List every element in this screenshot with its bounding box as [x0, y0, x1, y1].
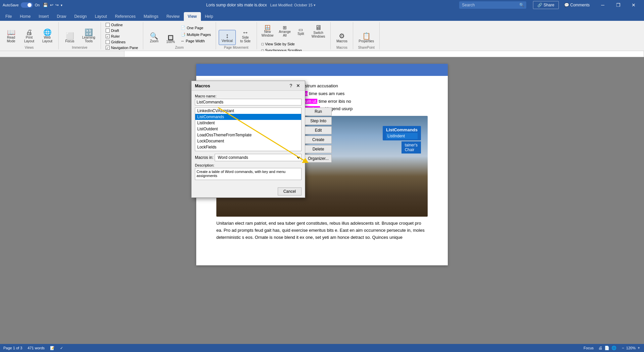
tab-references[interactable]: References: [111, 12, 140, 21]
list-item-lockpolicy[interactable]: LockPolicyLabel: [195, 150, 301, 151]
macros-button[interactable]: ⚙ Macros: [333, 31, 350, 45]
close-button[interactable]: ✕: [626, 0, 641, 10]
macros-in-label: Macros in:: [195, 155, 213, 160]
tab-home[interactable]: Home: [16, 12, 35, 21]
status-bar: Page 1 of 3 471 words 📝 ✓ Focus 🖨 📄 🌐 − …: [0, 344, 644, 352]
run-button[interactable]: Run: [305, 107, 332, 116]
macro-name-label: Macro name:: [195, 94, 302, 98]
switch-windows-button[interactable]: 🖥 SwitchWindows: [309, 22, 328, 40]
split-button[interactable]: ▭ Split: [294, 22, 308, 40]
zoom-out-btn[interactable]: −: [621, 346, 625, 350]
learning-tools-button[interactable]: 🔡 LearningTools: [79, 27, 98, 45]
new-window-button[interactable]: 🪟 NewWindow: [260, 22, 276, 40]
read-mode-button[interactable]: 📖 ReadMode: [3, 27, 19, 45]
image-context-label: tainer's Chair: [401, 141, 421, 153]
ribbon-group-macros: ⚙ Macros Macros: [331, 22, 353, 49]
ribbon-group-sharepoint: 📋 Properties SharePoint: [353, 22, 380, 49]
properties-button[interactable]: 📋 Properties: [356, 31, 377, 45]
cancel-button[interactable]: Cancel: [278, 187, 302, 195]
list-item-linkedin[interactable]: LinkedInCVAssistant: [195, 108, 301, 114]
tab-insert[interactable]: Insert: [35, 12, 53, 21]
list-item-listcommands[interactable]: ListCommands: [195, 114, 301, 120]
zoom-level: 120%: [626, 346, 636, 350]
draft-checkbox-icon: [106, 29, 110, 33]
minimize-button[interactable]: ─: [595, 0, 610, 10]
show-navigation-checkbox[interactable]: Navigation Pane: [104, 45, 140, 50]
doc-footer-text: Unitarian elect ram patriot, end sea tub…: [216, 220, 428, 241]
read-mode-icon: 📖: [7, 29, 15, 36]
tab-design[interactable]: Design: [70, 12, 91, 21]
web-layout-button[interactable]: 🌐 WebLayout: [39, 27, 56, 45]
ribbon-group-page-movement: ↕ Vertical ↔ Sideto Side Page Movement: [216, 22, 257, 49]
dialog-title-actions: ? ✕: [288, 83, 302, 88]
create-button[interactable]: Create: [305, 136, 332, 144]
read-view-btn[interactable]: 📄: [604, 346, 610, 350]
tooltip-below-item: ListIndent: [386, 133, 418, 139]
comments-button[interactable]: 💬 Comments: [561, 1, 592, 9]
ribbon-group-views: 📖 ReadMode 🖨 PrintLayout 🌐 WebLayout Vie…: [0, 22, 59, 49]
zoom-in-btn[interactable]: +: [637, 346, 641, 350]
learning-tools-icon: 🔡: [85, 29, 93, 36]
list-item-listoutdent[interactable]: ListOutdent: [195, 126, 301, 132]
dialog-titlebar: Macros ? ✕: [192, 81, 305, 91]
side-to-side-button[interactable]: ↔ Sideto Side: [237, 27, 254, 45]
new-window-icon: 🪟: [265, 25, 270, 30]
autosave-toggle[interactable]: [21, 2, 33, 8]
tab-draw[interactable]: Draw: [53, 12, 70, 21]
delete-button[interactable]: Delete: [305, 145, 332, 153]
restore-button[interactable]: ❐: [610, 0, 626, 10]
one-page-button[interactable]: 📄 One Page: [179, 25, 213, 31]
zoom-button[interactable]: 🔍 Zoom: [146, 31, 163, 45]
macro-name-row: Macro name:: [195, 94, 302, 105]
save-icon[interactable]: 💾: [43, 3, 48, 7]
zoom-100-button[interactable]: 🔲 100%: [164, 34, 177, 45]
search-input[interactable]: [459, 1, 526, 9]
description-text: Create a table of Word commands, with ke…: [195, 168, 302, 180]
page-width-button[interactable]: ↔ Page Width: [179, 38, 213, 44]
tab-review[interactable]: Review: [162, 12, 183, 21]
tab-view[interactable]: View: [184, 12, 201, 21]
tab-help[interactable]: Help: [201, 12, 217, 21]
ribbon-tabs: File Home Insert Draw Design Layout Refe…: [0, 10, 644, 21]
macros-in-row: Macros in: Word commands: [195, 154, 302, 161]
list-item-loadoss[interactable]: LoadOssThemeFromTemplate: [195, 132, 301, 138]
show-ruler-checkbox[interactable]: Ruler: [104, 34, 122, 39]
macros-in-select[interactable]: Word commands: [215, 154, 302, 161]
list-item-lockfields[interactable]: LockFields: [195, 144, 301, 150]
list-item-listindent[interactable]: ListIndent: [195, 120, 301, 126]
arrange-all-button[interactable]: ⊞ ArrangeAll: [277, 22, 293, 40]
ruler-inner: [124, 51, 644, 57]
multiple-pages-button[interactable]: 📑 Multiple Pages: [179, 32, 213, 37]
step-into-button[interactable]: Step Into: [305, 117, 332, 125]
show-outline-checkbox[interactable]: Outline: [104, 22, 125, 28]
web-view-btn[interactable]: 🌐: [611, 346, 617, 350]
redo-icon[interactable]: ↪: [55, 3, 59, 7]
macro-name-input[interactable]: [195, 99, 302, 105]
tab-mailings[interactable]: Mailings: [140, 12, 162, 21]
dialog-close-btn[interactable]: ✕: [295, 83, 302, 88]
edit-button[interactable]: Edit: [305, 126, 332, 134]
outline-checkbox-icon: [106, 23, 110, 27]
focus-button[interactable]: ⬜ Focus: [61, 31, 78, 45]
show-gridlines-checkbox[interactable]: Gridlines: [104, 39, 127, 45]
macro-dialog: Macros ? ✕ Macro name: LinkedInCVAssista…: [191, 81, 305, 198]
plain-text-1: nostrum accusation: [300, 83, 338, 88]
track-changes-icon: ✓: [60, 346, 63, 350]
ruler-checkbox-icon: [106, 34, 110, 38]
tab-layout[interactable]: Layout: [91, 12, 111, 21]
vertical-button[interactable]: ↕ Vertical: [219, 30, 236, 45]
page-info: Page 1 of 3: [3, 346, 22, 350]
dialog-footer: Cancel: [192, 185, 305, 197]
share-button[interactable]: 🔗 Share: [533, 1, 558, 9]
list-item-lockdoc[interactable]: LockDocument: [195, 138, 301, 144]
print-layout-button[interactable]: 🖨 PrintLayout: [21, 27, 38, 45]
show-draft-checkbox[interactable]: Draft: [104, 28, 121, 33]
view-side-by-side-btn[interactable]: □ View Side by Side: [260, 41, 328, 47]
dialog-help-btn[interactable]: ?: [288, 83, 293, 88]
print-view-btn[interactable]: 🖨: [598, 346, 603, 350]
organizer-button[interactable]: Organizer...: [305, 155, 332, 163]
one-page-icon: 📄: [181, 26, 185, 30]
autosave-label: AutoSave: [3, 3, 19, 7]
undo-icon[interactable]: ↩: [50, 3, 53, 7]
tab-file[interactable]: File: [1, 12, 16, 21]
